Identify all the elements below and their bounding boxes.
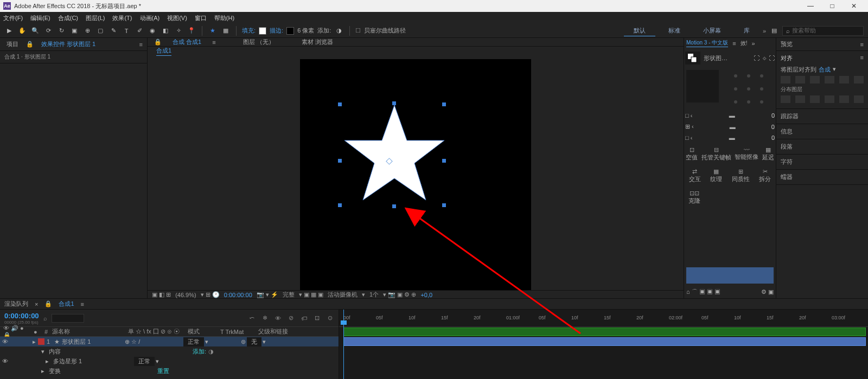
col-mode[interactable]: 模式 bbox=[184, 327, 217, 336]
tab-footage[interactable]: 素材 浏览器 bbox=[302, 38, 333, 46]
hand-tool[interactable]: ✋ bbox=[17, 26, 27, 36]
tl-icon-3[interactable]: 👁 bbox=[273, 314, 282, 323]
bbox-handle-tm[interactable] bbox=[392, 101, 396, 105]
orbit-tool[interactable]: ⟳ bbox=[43, 26, 53, 36]
menu-layer[interactable]: 图层(L) bbox=[86, 14, 105, 22]
align-to-dropdown[interactable]: 合成 bbox=[819, 66, 831, 74]
workspace-default[interactable]: 默认 bbox=[624, 25, 655, 36]
workspace-small[interactable]: 小屏幕 bbox=[693, 25, 731, 36]
add-label[interactable]: 添加: bbox=[317, 27, 331, 35]
layer-bar[interactable] bbox=[343, 337, 866, 346]
workspace-overflow[interactable]: » bbox=[763, 28, 766, 34]
bbox-handle-tr[interactable] bbox=[442, 102, 446, 106]
eraser-tool[interactable]: ◧ bbox=[161, 26, 170, 36]
fill-swatch[interactable] bbox=[259, 27, 266, 35]
tl-icon-5[interactable]: 🏷 bbox=[299, 314, 308, 323]
menu-effect[interactable]: 效果(T) bbox=[112, 14, 132, 22]
timeline-layer-1[interactable]: 👁 ▸ 1 ★ 形状图层 1 ⊕ ☆ / 正常▾ ⊚无▾ bbox=[0, 337, 339, 346]
tl-icon-2[interactable]: ❄ bbox=[260, 314, 269, 323]
menu-window[interactable]: 窗口 bbox=[195, 14, 207, 22]
tab-motion3[interactable]: Motion 3 - 中文版 bbox=[686, 39, 728, 47]
lock-icon[interactable]: 🔒 bbox=[44, 300, 52, 307]
footer-timecode[interactable]: 0:00:00:00 bbox=[224, 292, 252, 298]
col-parent[interactable]: 父级和链接 bbox=[255, 327, 291, 336]
minimize-button[interactable]: — bbox=[800, 0, 821, 12]
menu-file[interactable]: 文件(F) bbox=[3, 14, 23, 22]
btn-clone[interactable]: ⊡⊡克隆 bbox=[688, 190, 700, 205]
bbox-handle-br[interactable] bbox=[442, 203, 446, 207]
bbox-handle-tl[interactable] bbox=[338, 102, 342, 106]
tl-icon-1[interactable]: ⤺ bbox=[247, 314, 256, 323]
pen-tool[interactable]: ✎ bbox=[108, 26, 118, 36]
stroke-label[interactable]: 描边: bbox=[270, 27, 283, 35]
shape-swatch[interactable] bbox=[685, 52, 700, 65]
rotate-tool[interactable]: ↻ bbox=[56, 26, 66, 36]
menu-edit[interactable]: 编辑(E) bbox=[30, 14, 50, 22]
motion-scrubber[interactable] bbox=[686, 267, 774, 284]
tab-align[interactable]: 对齐 bbox=[781, 54, 793, 62]
btn-interact[interactable]: ⇄交互 bbox=[689, 168, 701, 183]
slider-1[interactable]: □ ‹▬0 bbox=[684, 110, 776, 121]
maximize-button[interactable]: □ bbox=[821, 0, 843, 12]
workspace-config-icon[interactable]: ▤ bbox=[769, 26, 779, 36]
comp-menu-icon[interactable]: ≡ bbox=[212, 39, 215, 46]
star-shape[interactable] bbox=[340, 102, 449, 211]
distribute-buttons[interactable] bbox=[781, 93, 864, 105]
tab-info[interactable]: 信息 bbox=[781, 128, 793, 134]
menu-help[interactable]: 帮助(H) bbox=[214, 14, 234, 22]
layer-name[interactable]: 形状图层 1 bbox=[60, 338, 123, 346]
motion-overflow-icon[interactable]: » bbox=[751, 40, 755, 47]
brush-tool[interactable]: ✐ bbox=[135, 26, 144, 36]
snap-icon[interactable]: ▦ bbox=[221, 26, 231, 36]
stroke-swatch[interactable] bbox=[286, 27, 294, 35]
menu-animation[interactable]: 动画(A) bbox=[140, 14, 160, 22]
view-count[interactable]: 1个 bbox=[369, 291, 379, 299]
puppet-tool[interactable]: 📍 bbox=[187, 26, 196, 36]
workspace-library[interactable]: 库 bbox=[734, 25, 760, 36]
tl-icon-6[interactable]: ⊡ bbox=[312, 314, 321, 323]
close-button[interactable]: ✕ bbox=[843, 0, 865, 12]
tab-character[interactable]: 字符 bbox=[781, 158, 793, 165]
bbox-handle-ml[interactable] bbox=[338, 159, 342, 163]
slider-3[interactable]: □ ‹▬0 bbox=[684, 132, 776, 143]
camera-tool[interactable]: ▣ bbox=[69, 26, 79, 36]
layer-mode[interactable]: 正常 bbox=[183, 337, 204, 346]
shape-tool[interactable]: ▢ bbox=[95, 26, 105, 36]
workspace-standard[interactable]: 标准 bbox=[659, 25, 690, 36]
tab-preview[interactable]: 预览 bbox=[781, 40, 793, 48]
composition-canvas[interactable] bbox=[300, 59, 531, 290]
selection-tool[interactable]: ▶ bbox=[4, 26, 14, 36]
composition-viewer[interactable] bbox=[148, 56, 684, 290]
tab-composition[interactable]: 合成 合成1 bbox=[173, 38, 201, 46]
tl-icon-7[interactable]: ⊙ bbox=[326, 314, 334, 323]
footer-offset[interactable]: +0,0 bbox=[420, 292, 432, 298]
tab-effect-controls[interactable]: 效果控件 形状图层 1 bbox=[39, 39, 98, 49]
shape-tools-icons[interactable]: ⛶ ⟐ ⛶ bbox=[754, 55, 775, 61]
menu-view[interactable]: 视图(V) bbox=[167, 14, 187, 22]
timeline-ruler[interactable]: 00f 05f 10f 15f 20f 01:00f 05f 10f 15f 2… bbox=[339, 310, 868, 327]
layer-color-swatch[interactable] bbox=[38, 338, 44, 345]
roto-tool[interactable]: ✧ bbox=[174, 26, 183, 36]
panel-menu-icon[interactable]: ≡ bbox=[139, 41, 143, 48]
tab-paragraph[interactable]: 段落 bbox=[781, 143, 793, 150]
stroke-width[interactable]: 6 像素 bbox=[297, 27, 314, 35]
composition-flowchart[interactable]: 合成1 bbox=[156, 47, 171, 56]
timeline-sub-polystar[interactable]: 👁▸ 多边星形 1 正常▾ bbox=[0, 356, 339, 366]
tab-layer[interactable]: 图层 （无） bbox=[243, 38, 275, 46]
bbox-handle-mr[interactable] bbox=[442, 159, 446, 163]
zoom-tool[interactable]: 🔍 bbox=[30, 26, 40, 36]
bbox-handle-bl[interactable] bbox=[338, 203, 342, 207]
tab-project[interactable]: 项目 bbox=[4, 39, 21, 49]
anchor-grid[interactable] bbox=[732, 72, 765, 106]
lock-icon[interactable]: 🔒 bbox=[26, 41, 34, 48]
tab-wiggler[interactable]: 蠕器 bbox=[781, 174, 793, 180]
tab-timeline-comp[interactable]: 合成1 bbox=[59, 300, 74, 308]
playhead[interactable] bbox=[343, 310, 344, 379]
help-search[interactable]: ⌕ 搜索帮助 bbox=[782, 26, 864, 36]
layer-parent[interactable]: 无 bbox=[247, 337, 261, 346]
motion-settings-icon[interactable]: ⚙ ▣ bbox=[761, 288, 774, 296]
btn-split[interactable]: ✂拆分 bbox=[759, 168, 771, 183]
fill-label[interactable]: 填充: bbox=[242, 27, 256, 35]
btn-homog[interactable]: ⊞同质性 bbox=[732, 168, 750, 183]
add-menu-icon[interactable]: ◑ bbox=[334, 26, 344, 36]
